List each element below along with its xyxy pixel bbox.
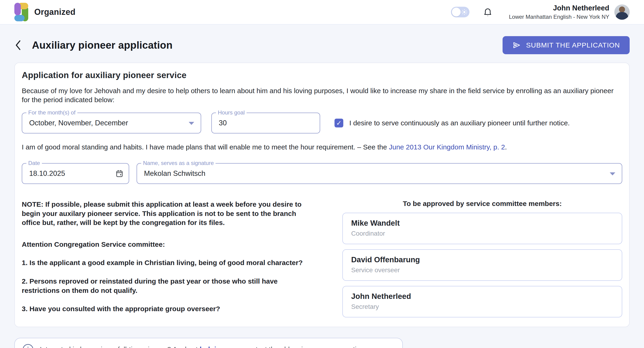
- app-header: Organized John Netherleed Lower Manhatta…: [0, 0, 644, 25]
- member-role: Coordinator: [351, 230, 614, 237]
- submit-button-label: SUBMIT THE APPLICATION: [526, 41, 620, 49]
- avatar[interactable]: [614, 5, 630, 20]
- committee-member-card: David Offenbarung Service overseer: [342, 249, 622, 281]
- member-role: Secretary: [351, 303, 614, 310]
- months-select-value: October, November, December: [22, 119, 128, 127]
- note-item-1: 1. Is the applicant a good example in Ch…: [22, 258, 308, 267]
- chevron-left-icon: [14, 40, 22, 51]
- note-item-3: 3. Have you consulted with the appropria…: [22, 304, 308, 313]
- note-item-2: 2. Persons reproved or reinstated during…: [22, 277, 308, 295]
- submit-application-button[interactable]: SUBMIT THE APPLICATION: [502, 36, 630, 54]
- date-label: Date: [26, 160, 42, 166]
- info-text-after: or contact the elders in your congregati…: [234, 345, 366, 348]
- bell-icon: [483, 7, 492, 17]
- organized-logo-icon: [14, 3, 28, 21]
- continuous-service-label: I desire to serve continuously as an aux…: [349, 119, 570, 127]
- signature-name-select[interactable]: Name, serves as a signature Mekolan Schw…: [136, 163, 622, 184]
- app-logo[interactable]: Organized: [14, 3, 76, 21]
- info-icon: i: [23, 344, 33, 348]
- approval-section: To be approved by service committee memb…: [342, 200, 622, 317]
- info-text-before: Interested in becoming a full-time pione…: [40, 345, 200, 348]
- chevron-down-icon: [189, 122, 194, 125]
- committee-member-card: John Netherleed Secretary: [342, 286, 622, 317]
- member-name: Mike Wandelt: [351, 219, 614, 227]
- back-button[interactable]: [14, 40, 26, 51]
- theme-toggle[interactable]: [451, 7, 470, 17]
- page-title: Auxiliary pioneer application: [32, 39, 172, 51]
- attention-heading: Attention Congregation Service committee…: [22, 240, 308, 249]
- hours-goal-input[interactable]: [212, 119, 320, 127]
- approval-heading: To be approved by service committee memb…: [342, 200, 622, 208]
- statement-period: .: [505, 143, 507, 151]
- form-title: Application for auxiliary pioneer servic…: [22, 71, 622, 80]
- user-name: John Netherleed: [509, 4, 609, 12]
- signature-fields-row: Date Name, serves as a signature Mekolan…: [22, 163, 622, 184]
- send-icon: [512, 41, 521, 50]
- hours-goal-label: Hours goal: [216, 109, 246, 116]
- member-role: Service overseer: [351, 266, 614, 274]
- member-name: John Netherleed: [351, 292, 614, 301]
- page-title-row: Auxiliary pioneer application SUBMIT THE…: [0, 36, 644, 54]
- period-fields-row: For the month(s) of October, November, D…: [22, 113, 622, 133]
- application-form-card: Application for auxiliary pioneer servic…: [14, 63, 630, 327]
- months-select-label: For the month(s) of: [26, 109, 77, 116]
- note-paragraph: NOTE: If possible, please submit this ap…: [22, 200, 308, 227]
- fulltime-pioneer-info-box: i Interested in becoming a full-time pio…: [14, 338, 403, 348]
- member-name: David Offenbarung: [351, 255, 614, 264]
- chevron-down-icon: [610, 172, 615, 175]
- calendar-icon[interactable]: [115, 169, 124, 178]
- committee-member-card: Mike Wandelt Coordinator: [342, 213, 622, 244]
- app-name: Organized: [34, 7, 76, 17]
- note-section: NOTE: If possible, please submit this ap…: [22, 200, 308, 317]
- months-select[interactable]: For the month(s) of October, November, D…: [22, 113, 201, 133]
- user-congregation: Lower Manhattan English - New York NY: [509, 14, 609, 20]
- date-input[interactable]: [22, 169, 129, 178]
- form-intro-text: Because of my love for Jehovah and my de…: [22, 86, 622, 104]
- continuous-service-checkbox[interactable]: ✓: [334, 119, 343, 127]
- statement-text: I am of good moral standing and habits. …: [22, 143, 389, 151]
- toggle-knob: [452, 8, 461, 17]
- user-menu[interactable]: John Netherleed Lower Manhattan English …: [509, 4, 630, 20]
- sun-icon: [461, 9, 467, 16]
- info-text: Interested in becoming a full-time pione…: [40, 345, 366, 348]
- notifications-bell-button[interactable]: [483, 7, 492, 17]
- signature-name-value: Mekolan Schwitsch: [137, 169, 205, 178]
- moral-standing-statement: I am of good moral standing and habits. …: [22, 143, 622, 151]
- kingdom-ministry-link[interactable]: June 2013 Our Kingdom Ministry, p. 2: [389, 143, 505, 151]
- continuous-service-option[interactable]: ✓ I desire to serve continuously as an a…: [334, 119, 570, 127]
- hub-jw-org-link[interactable]: hub.jw.org: [200, 345, 234, 348]
- date-field: Date: [22, 163, 129, 184]
- signature-name-label: Name, serves as a signature: [141, 160, 216, 166]
- hours-goal-field: Hours goal: [211, 113, 320, 133]
